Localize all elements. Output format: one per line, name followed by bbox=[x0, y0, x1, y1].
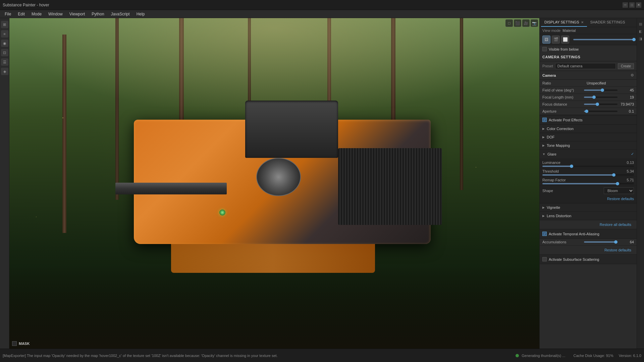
maximize-button[interactable]: □ bbox=[629, 2, 635, 8]
vignette-header[interactable]: ▶ Vignette bbox=[540, 203, 637, 212]
tab-shader-settings[interactable]: SHADER SETTINGS bbox=[587, 18, 629, 27]
taa-label: Activate Temporal Anti-Aliasing bbox=[549, 232, 599, 236]
generating-label: Generating thumbnail(s) ... bbox=[522, 354, 565, 358]
luminance-slider[interactable] bbox=[542, 166, 634, 167]
threshold-row: Threshold 5.34 bbox=[540, 168, 637, 177]
visible-from-below-checkbox[interactable] bbox=[542, 47, 547, 51]
status-indicator bbox=[516, 354, 519, 357]
activate-post-effects-row: ✓ Activate Post Effects bbox=[540, 115, 637, 125]
tone-mapping-section: ▶ Tone Mapping bbox=[540, 141, 637, 150]
viewport-screenshot-icon[interactable]: 📷 bbox=[531, 19, 538, 27]
sidebar-icon-1[interactable]: ⊞ bbox=[1, 21, 8, 28]
close-button[interactable]: ✕ bbox=[636, 2, 641, 8]
accumulations-thumb[interactable] bbox=[614, 240, 618, 244]
preset-create-button[interactable]: Create bbox=[618, 63, 634, 69]
vignette-arrow: ▶ bbox=[542, 206, 545, 209]
accumulations-row: Accumulations 64 bbox=[540, 239, 637, 246]
threshold-slider[interactable] bbox=[542, 174, 634, 176]
view-3d-icon[interactable]: ⬜ bbox=[561, 36, 569, 44]
viewport-3d-icon[interactable]: ⬛ bbox=[514, 19, 521, 27]
color-correction-section: ▶ Color Correction bbox=[540, 125, 637, 133]
menu-file[interactable]: File bbox=[1, 11, 14, 17]
view-slider[interactable] bbox=[573, 39, 634, 40]
sidebar-icon-2[interactable]: ≡ bbox=[1, 30, 8, 38]
shape-select[interactable]: Bloom bbox=[604, 187, 634, 194]
far-right-icon-1[interactable]: ▤ bbox=[638, 21, 644, 27]
viewport-2d-icon[interactable]: □ bbox=[505, 19, 513, 27]
remap-thumb[interactable] bbox=[616, 182, 619, 185]
camera-settings-icon[interactable]: ⚙ bbox=[631, 73, 634, 77]
sidebar-icon-6[interactable]: ◈ bbox=[1, 68, 8, 75]
sidebar-icon-4[interactable]: ⊡ bbox=[1, 49, 8, 56]
minimize-button[interactable]: ─ bbox=[623, 2, 628, 8]
restore-all-row: Restore all defaults bbox=[540, 220, 637, 229]
menubar: File Edit Mode Window Viewport Python Ja… bbox=[0, 10, 644, 18]
tone-mapping-header[interactable]: ▶ Tone Mapping bbox=[540, 141, 637, 149]
accumulations-slider[interactable] bbox=[584, 241, 618, 243]
lens-distortion-header[interactable]: ▶ Lens Distortion bbox=[540, 212, 637, 220]
accumulations-label: Accumulations bbox=[542, 240, 583, 244]
fov-slider-thumb[interactable] bbox=[601, 88, 604, 92]
aperture-slider[interactable] bbox=[584, 111, 618, 112]
viewport: □ ⬛ 🎥 📷 MASK bbox=[9, 18, 539, 349]
shape-label: Shape bbox=[542, 189, 602, 193]
preset-input[interactable] bbox=[555, 63, 616, 69]
menu-python[interactable]: Python bbox=[88, 11, 107, 17]
statusbar: [MapExporter] The input map 'Opacity' ne… bbox=[0, 349, 644, 362]
sss-checkbox[interactable] bbox=[542, 257, 547, 261]
threshold-value: 5.34 bbox=[627, 169, 634, 173]
restore-taa-button[interactable]: Restore defaults bbox=[602, 247, 634, 253]
view-camera-icon[interactable]: 🎬 bbox=[552, 36, 560, 44]
view-image-icon[interactable]: 🖼 bbox=[542, 36, 550, 44]
luminance-label: Luminance bbox=[542, 161, 560, 165]
menu-window[interactable]: Window bbox=[45, 11, 66, 17]
color-correction-header[interactable]: ▶ Color Correction bbox=[540, 125, 637, 133]
accumulations-value: 64 bbox=[619, 240, 634, 244]
focus-label: Focus distance bbox=[542, 102, 583, 106]
fov-label: Field of view (deg°) bbox=[542, 88, 583, 92]
display-settings-tab-close[interactable]: ✕ bbox=[581, 20, 584, 24]
restore-all-button[interactable]: Restore all defaults bbox=[597, 222, 634, 228]
luminance-value: 0.13 bbox=[627, 161, 634, 165]
focal-slider-thumb[interactable] bbox=[592, 96, 596, 99]
sidebar-icon-3[interactable]: ◉ bbox=[1, 40, 8, 47]
dof-header[interactable]: ▶ DOF bbox=[540, 133, 637, 141]
aperture-label: Aperture bbox=[542, 109, 583, 113]
tab-display-settings[interactable]: DISPLAY SETTINGS ✕ bbox=[541, 18, 587, 27]
activate-post-effects-label: Activate Post Effects bbox=[549, 118, 583, 122]
glare-header[interactable]: ▼ Glare ✓ bbox=[540, 150, 637, 158]
view-icons-row: 🖼 🎬 ⬜ bbox=[540, 34, 637, 45]
focal-slider[interactable] bbox=[584, 97, 618, 98]
glare-arrow: ▼ bbox=[542, 153, 545, 156]
threshold-label: Threshold bbox=[542, 169, 559, 173]
activate-post-effects-checkbox[interactable]: ✓ bbox=[542, 118, 547, 122]
aperture-slider-thumb[interactable] bbox=[585, 110, 588, 113]
remap-slider[interactable] bbox=[542, 183, 634, 184]
view-slider-thumb[interactable] bbox=[632, 38, 636, 41]
glare-check[interactable]: ✓ bbox=[631, 152, 634, 156]
viewport-camera-icon[interactable]: 🎥 bbox=[522, 19, 530, 27]
fov-slider[interactable] bbox=[584, 89, 618, 91]
lens-distortion-arrow: ▶ bbox=[542, 214, 545, 218]
mask-checkbox[interactable] bbox=[12, 341, 17, 346]
view-mode-value[interactable]: Material bbox=[562, 28, 576, 33]
sidebar-icon-5[interactable]: ☰ bbox=[1, 58, 8, 66]
vignette-title: Vignette bbox=[547, 205, 634, 209]
menu-mode[interactable]: Mode bbox=[28, 11, 45, 17]
focal-value: 19 bbox=[619, 95, 634, 99]
glare-restore-button[interactable]: Restore defaults bbox=[540, 196, 637, 202]
remap-value: 5.71 bbox=[627, 178, 634, 182]
taa-checkbox[interactable]: ✓ bbox=[542, 232, 547, 236]
focus-slider-thumb[interactable] bbox=[596, 103, 599, 106]
menu-edit[interactable]: Edit bbox=[14, 11, 28, 17]
menu-viewport[interactable]: Viewport bbox=[66, 11, 88, 17]
luminance-thumb[interactable] bbox=[570, 165, 573, 168]
panel-tabs: DISPLAY SETTINGS ✕ SHADER SETTINGS bbox=[540, 18, 637, 27]
far-right-icon-3[interactable]: ◨ bbox=[638, 36, 644, 42]
threshold-thumb[interactable] bbox=[612, 173, 615, 177]
focus-slider[interactable] bbox=[584, 104, 618, 105]
menu-javascript[interactable]: JavaScript bbox=[108, 11, 133, 17]
far-right-icon-2[interactable]: ◧ bbox=[638, 28, 644, 34]
menu-help[interactable]: Help bbox=[133, 11, 148, 17]
ratio-label: Ratio bbox=[542, 81, 583, 85]
